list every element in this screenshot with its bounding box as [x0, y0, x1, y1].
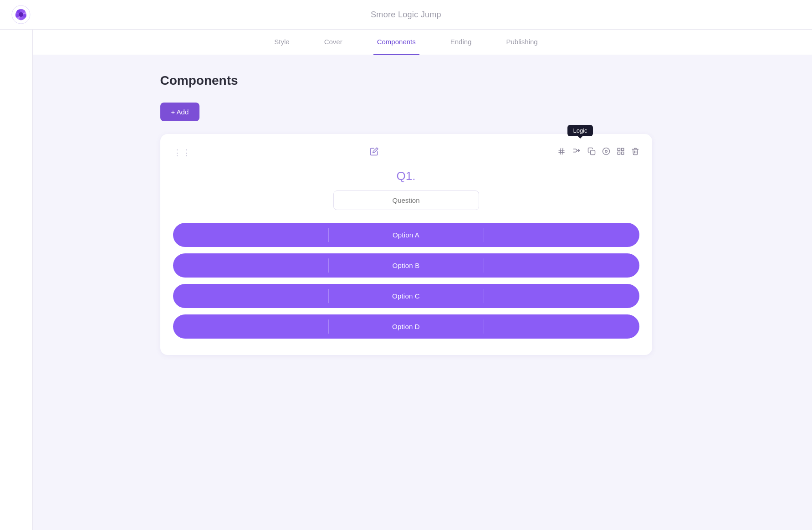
- svg-point-13: [605, 150, 607, 153]
- nav-item-style[interactable]: Style: [271, 30, 293, 55]
- option-d-button[interactable]: Option D: [173, 314, 639, 339]
- option-c-button[interactable]: Option C: [173, 284, 639, 308]
- nav-item-cover[interactable]: Cover: [321, 30, 346, 55]
- delete-icon[interactable]: [631, 147, 639, 158]
- question-input[interactable]: [333, 190, 479, 210]
- edit-icon[interactable]: [370, 147, 379, 158]
- nav-item-components[interactable]: Components: [373, 30, 419, 55]
- svg-rect-17: [618, 152, 620, 154]
- main-content: Components + Add Logic ⋮⋮: [133, 55, 679, 373]
- palette-icon[interactable]: [602, 147, 610, 158]
- card-actions: [557, 147, 639, 158]
- svg-point-12: [603, 148, 609, 155]
- left-sidebar: [0, 0, 33, 530]
- app-title: Smore Logic Jump: [371, 10, 441, 20]
- logo: [11, 5, 31, 25]
- option-b-button[interactable]: Option B: [173, 253, 639, 278]
- logic-jump-icon[interactable]: [572, 147, 581, 158]
- component-card: Logic ⋮⋮: [160, 134, 652, 355]
- question-number: Q1.: [173, 169, 639, 183]
- hash-icon[interactable]: [557, 147, 566, 158]
- drag-handle-icon[interactable]: ⋮⋮: [173, 148, 191, 158]
- svg-rect-14: [618, 148, 620, 150]
- nav-bar: Style Cover Components Ending Publishing: [0, 30, 812, 55]
- svg-point-6: [19, 12, 23, 17]
- svg-rect-11: [590, 150, 595, 155]
- logic-tooltip: Logic: [567, 125, 592, 136]
- options-list: Option A Option B Option C Option D: [173, 223, 639, 339]
- nav-item-ending[interactable]: Ending: [447, 30, 475, 55]
- svg-rect-15: [621, 148, 623, 150]
- option-a-button[interactable]: Option A: [173, 223, 639, 247]
- svg-rect-16: [621, 152, 623, 154]
- header: Smore Logic Jump: [0, 0, 812, 30]
- nav-item-publishing[interactable]: Publishing: [502, 30, 541, 55]
- page-title: Components: [160, 73, 652, 88]
- copy-icon[interactable]: [587, 147, 596, 158]
- question-input-wrapper: [173, 190, 639, 210]
- svg-line-10: [562, 148, 563, 154]
- card-top-bar: ⋮⋮: [173, 147, 639, 158]
- add-button[interactable]: + Add: [160, 103, 200, 121]
- grid-icon[interactable]: [617, 147, 625, 158]
- svg-line-9: [560, 148, 561, 154]
